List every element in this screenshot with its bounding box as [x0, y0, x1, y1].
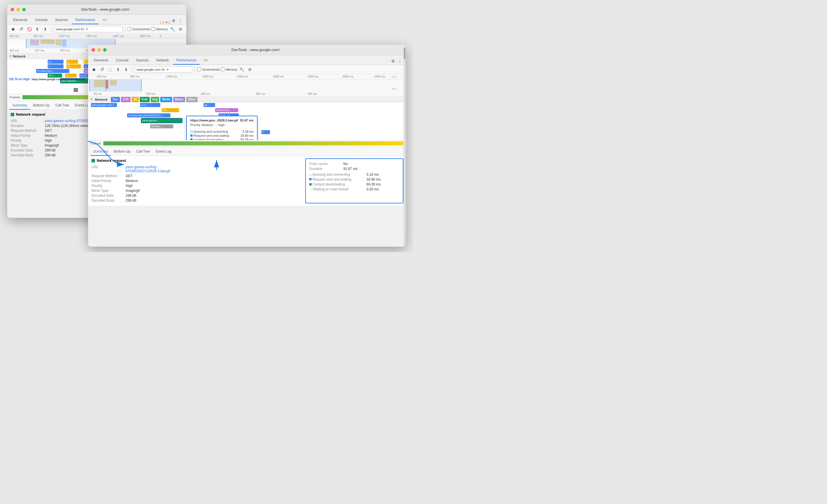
tab-more-2[interactable]: >>: [200, 57, 211, 65]
reload-button-1[interactable]: ↺: [17, 26, 25, 33]
net-bar-mcdos[interactable]: m=cdos,hsm,...: [36, 69, 69, 73]
nr-url-link-2[interactable]: paris-games-surfing-6753651837110528.3-l…: [126, 165, 170, 173]
screenshots-checkbox-2[interactable]: Screenshots: [197, 67, 220, 71]
net-bar2-rs[interactable]: rs=A...: [140, 103, 160, 107]
net-bar2-h[interactable]: h: [261, 130, 270, 134]
screenshots-checkbox-1[interactable]: Screenshots: [128, 27, 150, 31]
nr-title-2: Network request: [92, 158, 299, 163]
close-button-2[interactable]: [92, 48, 95, 52]
more-icon-2[interactable]: ⋮: [396, 58, 403, 65]
network-rows-2: www.google.com/ (... rs=A... ge... cb=..…: [88, 102, 406, 140]
settings-icon-2c[interactable]: ⚙: [247, 66, 253, 73]
timeline-mini-2: 489 ms 989 ms 1489 ms 1989 ms 2489 ms 29…: [88, 74, 406, 92]
tooltip-priority: Priority: Medium → High: [190, 123, 253, 127]
maximize-button-1[interactable]: [22, 8, 26, 11]
detail-from-cache: From cache No: [309, 162, 399, 166]
timeline-ruler-top-1: 497 ms 997 ms 1497 ms 1997 ms 2497 ms 29…: [7, 34, 186, 39]
address-bar-1[interactable]: www.google.com #1 ▼: [54, 26, 123, 32]
tab-performance-1[interactable]: Performance: [72, 16, 99, 24]
chip-img[interactable]: Img: [151, 97, 159, 102]
tab-elements-1[interactable]: Elements: [9, 16, 31, 24]
nr-row-encoded-2: Encoded Data 299 kB: [92, 193, 299, 198]
net-bar2-paris[interactable]: paris-games-...: [142, 119, 182, 123]
net-bar2-desktop[interactable]: desktop_...: [150, 124, 173, 128]
record-button-1[interactable]: ⏺: [9, 26, 16, 33]
clear-button-2[interactable]: ⬚: [106, 66, 113, 73]
clear-button-1[interactable]: 🚫: [26, 26, 33, 33]
devtools-tabbar-2: Elements Console Sources Network Perform…: [88, 55, 406, 65]
tab-network-2[interactable]: Network: [153, 57, 173, 65]
tab-elements-2[interactable]: Elements: [90, 57, 112, 65]
chip-doc[interactable]: Doc: [111, 97, 120, 102]
minimize-button-1[interactable]: [16, 8, 20, 11]
tab-console-1[interactable]: Console: [32, 16, 51, 24]
timeline-marker-2: [105, 79, 106, 92]
net-bar-rs[interactable]: rs...: [48, 60, 63, 64]
download-button-1[interactable]: ⬇: [42, 26, 49, 33]
download-button-2[interactable]: ⬇: [123, 66, 130, 73]
tooltip-divider: [190, 128, 253, 129]
upload-button-2[interactable]: ⬆: [115, 66, 121, 73]
detail-duration: Duration 91.67 ms: [309, 167, 399, 171]
flag-badge-1: ⚑2: [165, 21, 170, 24]
sum-tab-eventlog-2[interactable]: Event Log: [153, 148, 175, 156]
settings-icon-1[interactable]: ⚙: [170, 17, 177, 24]
settings-icon-2b[interactable]: ⚙: [390, 58, 396, 65]
detail-box-2: From cache No Duration 91.67 ms ↳ Queuin…: [305, 158, 403, 204]
sum-tab-calltree-2[interactable]: Call Tree: [133, 148, 153, 156]
net-bar-g1[interactable]: G...: [66, 60, 78, 64]
sum-tab-bottomup-2[interactable]: Bottom-Up: [111, 148, 133, 156]
scrollbar-thumb-2[interactable]: [404, 48, 405, 59]
selected-bar-label: 126.79 ms High https://www.google.com/lo…: [9, 77, 87, 81]
window-title-2: DevTools - www.google.com/: [109, 48, 402, 52]
net-bar2-ge[interactable]: ge...: [204, 103, 215, 107]
perf-settings-icon[interactable]: 🔧: [169, 26, 176, 33]
net-bar2-mcdos[interactable]: m=cdos,hsm,jsa,mb4ZUb,d,c...: [127, 113, 171, 117]
record-button-2[interactable]: ⏺: [90, 66, 97, 73]
scrollbar-v-2[interactable]: [403, 45, 406, 247]
net-bar2-cb[interactable]: cb=...: [162, 108, 179, 112]
chip-css[interactable]: CSS: [121, 97, 131, 102]
chip-font[interactable]: Font: [140, 97, 150, 102]
timeline-selection-2: [90, 79, 142, 92]
record-toolbar-1: ⏺ ↺ 🚫 ⬆ ⬇ www.google.com #1 ▼ Screenshot…: [7, 24, 186, 34]
tab-sources-1[interactable]: Sources: [52, 16, 71, 24]
nr-row-mime-2: Mime Type image/gif: [92, 189, 299, 193]
chip-media[interactable]: Media: [160, 97, 172, 102]
sum-tab-calltree-1[interactable]: Call Tree: [53, 102, 72, 110]
tab-console-2[interactable]: Console: [112, 57, 132, 65]
nr-row-initprio-2: Initial Priority Medium: [92, 179, 299, 183]
tab-sources-2[interactable]: Sources: [133, 57, 152, 65]
net-bar2-search[interactable]: search (ww...: [215, 108, 238, 112]
settings-icon-2[interactable]: ⚙: [177, 26, 184, 33]
chip-js[interactable]: JS: [132, 97, 139, 102]
address-bar-2[interactable]: www.google.com #1 ▼: [135, 66, 192, 73]
perf-settings-icon-2[interactable]: 🔧: [239, 66, 245, 73]
sum-tab-summary-1[interactable]: Summary: [9, 102, 30, 110]
frames-viz-2: [103, 142, 403, 146]
reload-button-2[interactable]: ↺: [98, 66, 105, 73]
nr-row-prio-2: Priority High: [92, 184, 299, 188]
tab-performance-2[interactable]: Performance: [173, 57, 200, 65]
chip-other[interactable]: Other: [186, 97, 197, 102]
net-bar-af2[interactable]: AF2...: [48, 73, 62, 77]
tab-more-1[interactable]: >>: [99, 16, 110, 24]
chip-wasm[interactable]: Wasm: [173, 97, 185, 102]
memory-checkbox-1[interactable]: Memory: [151, 27, 168, 31]
sum-tab-bottomup-1[interactable]: Bottom-Up: [30, 102, 52, 110]
minimize-button-2[interactable]: [97, 48, 101, 52]
memory-checkbox-2[interactable]: Memory: [221, 67, 237, 71]
net-bar-r[interactable]: r...: [48, 64, 63, 68]
net-bar-cb[interactable]: cb...: [66, 64, 81, 68]
upload-button-1[interactable]: ⬆: [34, 26, 41, 33]
maximize-button-2[interactable]: [103, 48, 106, 52]
net-bar-cr[interactable]: Cr...: [65, 73, 77, 77]
net-bar2-www[interactable]: www.google.com/ (...: [91, 103, 117, 107]
collapse-triangle-1[interactable]: ▼: [9, 55, 12, 57]
summary-tabs-2: Summary Bottom-Up Call Tree Event Log: [88, 147, 406, 156]
more-icon-1[interactable]: ⋮: [177, 17, 184, 24]
close-button-1[interactable]: [11, 8, 14, 11]
collapse-triangle-2[interactable]: ▼: [90, 98, 93, 101]
sep-1: [51, 26, 51, 32]
sum-tab-summary-2[interactable]: Summary: [90, 148, 111, 156]
